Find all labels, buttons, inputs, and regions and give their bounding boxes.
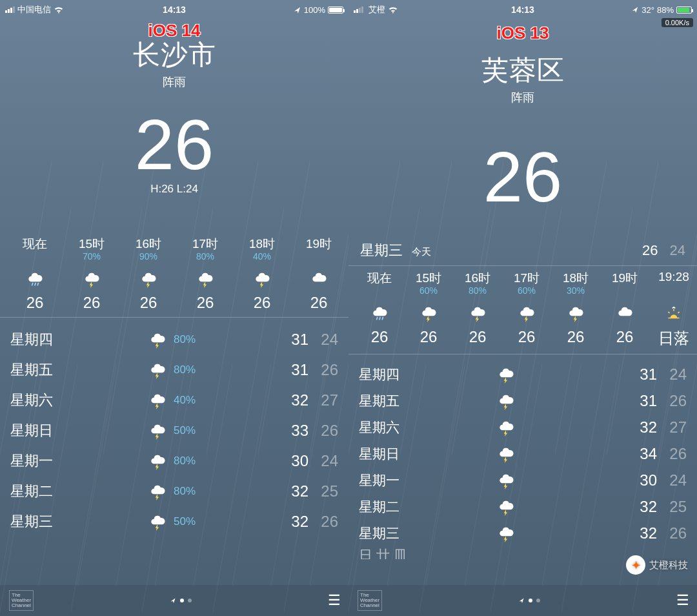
day-high: 31 <box>272 331 308 349</box>
hour-time: 18时 <box>249 236 275 251</box>
day-row: 星期一 80% 30 24 <box>10 446 338 476</box>
wifi-icon <box>54 5 64 14</box>
day-low: 27 <box>657 418 687 436</box>
hour-time: 19时 <box>306 236 332 251</box>
divider <box>348 265 697 266</box>
daily-forecast[interactable]: 星期四 31 24 星期五 31 26 星期六 32 27 星期 <box>348 358 697 546</box>
day-name: 星期日 <box>359 445 436 463</box>
clock: 14:13 <box>163 5 186 15</box>
day-high: 30 <box>272 452 308 470</box>
day-row: 星期四 31 24 <box>359 361 687 387</box>
hour-cell: 19时 26 <box>600 270 649 349</box>
day-high: 33 <box>272 422 308 440</box>
hour-cell: 现在 26 <box>6 236 63 312</box>
day-name: 星期五 <box>10 360 88 380</box>
day-high: 31 <box>621 392 657 410</box>
day-high: 32 <box>272 482 308 500</box>
weather-channel-logo[interactable]: The Weather Channel <box>9 590 34 611</box>
day-low: 25 <box>657 498 687 516</box>
day-name: 星期二 <box>10 482 88 501</box>
hour-precip: 60% <box>518 285 536 297</box>
day-low: 26 <box>308 361 338 379</box>
day-precip: 50% <box>174 424 212 437</box>
day-row: 星期一 30 24 <box>359 467 687 493</box>
day-name: 星期六 <box>10 391 88 410</box>
day-name: 星期六 <box>359 418 436 436</box>
hour-temp: 26 <box>197 294 214 312</box>
hour-time: 19时 <box>612 270 638 285</box>
hourly-forecast[interactable]: 现在 26 15时 60% 26 16时 80% 26 17时 60% 26 1… <box>348 270 697 349</box>
day-low: 24 <box>308 452 338 470</box>
day-row: 星期三 32 26 <box>359 520 687 546</box>
hourly-forecast[interactable]: 现在 26 15时 70% 26 16时 90% 26 17时 80% 26 1… <box>0 236 348 312</box>
day-low: 26 <box>657 524 687 542</box>
weather-icon <box>82 267 101 291</box>
hour-temp: 26 <box>567 328 585 346</box>
signal-icon <box>5 6 15 13</box>
day-low: 25 <box>308 482 338 500</box>
day-precip: 40% <box>174 394 212 407</box>
hour-cell: 19时 26 <box>290 236 347 312</box>
clock: 14:13 <box>511 5 534 15</box>
current-temp: 26 <box>0 109 348 180</box>
hour-cell: 16时 90% 26 <box>120 236 177 312</box>
weather-icon <box>496 392 522 410</box>
city-name: 芙蓉区 <box>348 52 697 88</box>
weather-icon <box>496 524 522 542</box>
day-high: 31 <box>272 361 308 379</box>
today-low: 24 <box>670 242 685 259</box>
divider <box>348 354 697 354</box>
network-speed: 0.00K/s <box>662 18 693 27</box>
hour-precip: 80% <box>196 251 214 263</box>
hour-time: 现在 <box>23 236 47 251</box>
hour-precip: 40% <box>253 251 271 263</box>
condition-label: 阵雨 <box>0 74 348 90</box>
location-icon <box>518 597 525 604</box>
weather-icon <box>496 471 522 489</box>
battery-icon <box>676 6 692 14</box>
day-row: 星期二 80% 32 25 <box>10 476 338 506</box>
day-row: 星期日 34 26 <box>359 440 687 467</box>
weather-channel-logo[interactable]: The Weather Channel <box>358 590 382 611</box>
day-row: 星期六 32 27 <box>359 414 687 440</box>
bottom-bar: The Weather Channel ☰ <box>348 585 697 616</box>
hour-cell: 16时 80% 26 <box>453 270 502 349</box>
day-name: 星期一 <box>10 451 88 471</box>
day-name: 星期四 <box>10 330 88 349</box>
daily-forecast[interactable]: 星期四 80% 31 24 星期五 80% 31 26 星期六 40% 32 2… <box>0 322 348 537</box>
phone-ios14: 中国电信 14:13 100% iOS 14 长沙市 阵雨 26 H:26 L:… <box>0 0 348 616</box>
day-name: 星期四 <box>359 365 436 384</box>
day-row: 星期二 32 25 <box>359 493 687 520</box>
page-dots[interactable] <box>170 597 192 604</box>
day-precip: 80% <box>174 364 212 376</box>
day-low: 26 <box>657 392 687 410</box>
weather-icon <box>148 482 174 500</box>
hour-time: 16时 <box>136 236 161 251</box>
hour-cell: 17时 60% 26 <box>502 270 551 349</box>
day-row: 星期三 50% 32 26 <box>10 506 338 537</box>
weather-icon <box>148 391 174 409</box>
hour-cell: 17时 80% 26 <box>177 236 234 312</box>
watermark: ✦ 艾橙科技 <box>626 555 688 575</box>
hour-cell: 15时 70% 26 <box>63 236 120 312</box>
day-precip: 50% <box>174 515 212 528</box>
hour-precip: 80% <box>469 285 487 297</box>
day-row: 星期六 40% 32 27 <box>10 385 338 415</box>
list-button[interactable]: ☰ <box>676 592 688 609</box>
today-day: 星期三 <box>360 241 403 260</box>
day-name: 星期日 <box>10 421 88 440</box>
day-row: 星期日 50% 33 26 <box>10 415 338 446</box>
hour-time: 18时 <box>563 270 589 285</box>
page-dots[interactable] <box>518 597 540 604</box>
weather-icon <box>148 331 174 349</box>
hour-temp: 26 <box>518 328 536 346</box>
day-row: 星期五 31 26 <box>359 387 687 414</box>
day-high: 32 <box>621 524 657 542</box>
weather-icon <box>496 365 522 384</box>
hour-precip: 60% <box>419 285 438 297</box>
battery-pct: 100% <box>304 5 325 15</box>
today-high: 26 <box>642 242 658 259</box>
day-precip: 80% <box>174 485 212 498</box>
list-button[interactable]: ☰ <box>328 592 339 609</box>
day-high: 34 <box>621 445 657 463</box>
